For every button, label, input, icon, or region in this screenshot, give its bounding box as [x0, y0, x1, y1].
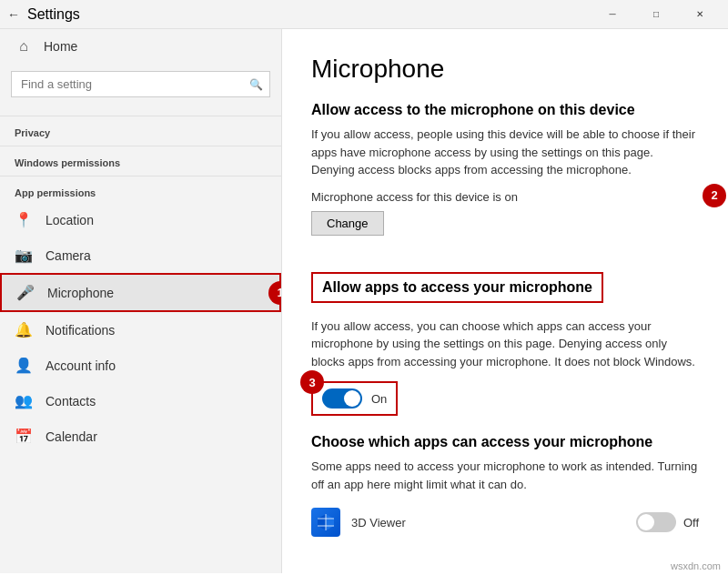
divider2 [0, 146, 281, 146]
allow-apps-wrapper: Allow apps to access your microphone [311, 272, 699, 314]
titlebar-controls: ─ □ ✕ [592, 0, 721, 29]
change-button[interactable]: Change [311, 211, 384, 236]
watermark: wsxdn.com [671, 560, 721, 571]
sidebar-item-microphone[interactable]: 🎤 Microphone 1 [0, 273, 281, 312]
annotation-2-container: 2 [703, 184, 726, 207]
location-icon: 📍 [15, 211, 33, 228]
sidebar-item-camera-label: Camera [46, 248, 91, 263]
choose-desc: Some apps need to access your microphone… [311, 458, 699, 493]
annotation-circle-3: 3 [300, 370, 324, 394]
sidebar-item-location[interactable]: 📍 Location [0, 202, 281, 237]
allow-apps-highlight-box: Allow apps to access your microphone [311, 272, 603, 303]
sidebar-item-calendar-label: Calendar [46, 429, 97, 444]
camera-icon: 📷 [15, 247, 33, 264]
microphone-icon: 🎤 [16, 284, 35, 301]
section-app-permissions-label: App permissions [0, 180, 281, 202]
allow-apps-title: Allow apps to access your microphone [322, 279, 592, 296]
account-icon: 👤 [15, 357, 33, 374]
sidebar-item-home[interactable]: ⌂ Home [0, 29, 281, 64]
annotation-circle-2: 2 [703, 184, 726, 207]
notifications-icon: 🔔 [15, 321, 33, 338]
sidebar-item-calendar[interactable]: 📅 Calendar [0, 419, 281, 454]
toggle-thumb [344, 390, 360, 407]
calendar-icon: 📅 [15, 428, 33, 445]
divider3 [0, 176, 281, 177]
app-name-3d-viewer: 3D Viewer [351, 516, 406, 530]
allow-apps-desc: If you allow access, you can choose whic… [311, 318, 699, 371]
sidebar: ⌂ Home 🔍 Privacy Windows permissions App… [0, 29, 282, 573]
sidebar-item-microphone-label: Microphone [47, 286, 114, 300]
section-windows-permissions-label: Windows permissions [0, 150, 281, 172]
allow-device-desc: If you allow access, people using this d… [311, 126, 699, 179]
titlebar-title: Settings [27, 6, 80, 23]
app-info-3d-viewer: 3D Viewer [311, 508, 406, 537]
content-area: Microphone Allow access to the microphon… [282, 29, 728, 573]
annotation-circle-1: 1 [268, 281, 282, 305]
close-button[interactable]: ✕ [679, 0, 721, 29]
titlebar: ← Settings ─ □ ✕ [0, 0, 728, 29]
app-row-3d-viewer: 3D Viewer Off [311, 508, 699, 537]
minimize-button[interactable]: ─ [592, 0, 633, 29]
app-3d-viewer-toggle[interactable] [636, 512, 676, 532]
sidebar-item-camera[interactable]: 📷 Camera [0, 237, 281, 273]
main-layout: ⌂ Home 🔍 Privacy Windows permissions App… [0, 29, 728, 573]
sidebar-home-label: Home [44, 39, 77, 54]
app-toggle-container: Off [636, 512, 699, 532]
sidebar-item-account-info[interactable]: 👤 Account info [0, 348, 281, 383]
search-icon: 🔍 [249, 78, 263, 91]
contacts-icon: 👥 [15, 392, 33, 409]
device-status: Microphone access for this device is on [311, 190, 699, 204]
sidebar-item-contacts[interactable]: 👥 Contacts [0, 383, 281, 419]
allow-device-title: Allow access to the microphone on this d… [311, 102, 699, 118]
app-toggle-off-label: Off [683, 516, 699, 530]
sidebar-item-notifications-label: Notifications [46, 323, 115, 338]
search-box: 🔍 [11, 71, 270, 97]
titlebar-left: ← Settings [7, 6, 80, 23]
toggle-on-container: 3 On [311, 381, 398, 416]
choose-title: Choose which apps can access your microp… [311, 434, 699, 450]
home-icon: ⌂ [15, 38, 33, 55]
toggle-on-label: On [371, 392, 387, 406]
sidebar-item-notifications[interactable]: 🔔 Notifications [0, 312, 281, 348]
back-button[interactable]: ← [7, 7, 20, 22]
toggle-off-thumb [638, 514, 654, 530]
sidebar-item-location-label: Location [46, 213, 94, 227]
section-privacy-label: Privacy [0, 120, 281, 142]
allow-apps-toggle[interactable] [322, 388, 362, 409]
divider [0, 116, 281, 116]
search-input[interactable] [11, 71, 270, 97]
app-icon-3d-viewer [311, 508, 340, 537]
sidebar-item-contacts-label: Contacts [46, 394, 96, 409]
sidebar-item-account-info-label: Account info [46, 358, 116, 373]
maximize-button[interactable]: □ [635, 0, 677, 29]
svg-marker-1 [318, 514, 326, 530]
page-title: Microphone [311, 55, 699, 84]
